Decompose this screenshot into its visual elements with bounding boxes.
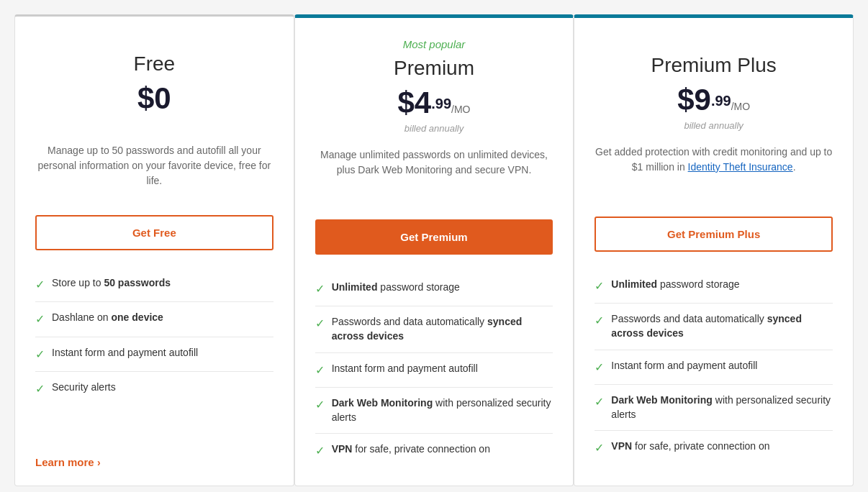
features-list-plus: ✓ Unlimited password storage ✓ Passwords… — [595, 269, 833, 468]
feature-item-premium-2: ✓ Instant form and payment autofill — [315, 353, 553, 388]
popular-label-spacer — [35, 37, 273, 53]
check-icon-plus-3: ✓ — [595, 394, 604, 410]
feature-text-free-0: Store up to 50 passwords — [52, 276, 171, 291]
check-icon-premium-4: ✓ — [315, 443, 325, 459]
feature-text-free-1: Dashlane on one device — [52, 311, 163, 325]
check-icon-plus-1: ✓ — [595, 313, 604, 329]
feature-item-plus-1: ✓ Passwords and data automatically synce… — [595, 304, 833, 350]
feature-item-premium-1: ✓ Passwords and data automatically synce… — [315, 306, 553, 352]
identity-theft-link[interactable]: Identity Theft Insurance — [688, 161, 793, 173]
price-dollar-premium: $4 — [398, 86, 432, 119]
feature-text-plus-4: VPN for safe, private connection on — [611, 439, 769, 454]
feature-item-premium-3: ✓ Dark Web Monitoring with personalized … — [315, 388, 553, 434]
plan-price-premium: $4.99/MO — [315, 86, 553, 120]
check-icon-plus-0: ✓ — [595, 278, 604, 294]
plan-name-premium: Premium — [315, 57, 553, 80]
price-dollar-plus: $9 — [677, 83, 711, 117]
price-mo-plus: /MO — [731, 101, 750, 112]
learn-more-text: Learn more — [35, 456, 94, 468]
feature-item-plus-4: ✓ VPN for safe, private connection on — [595, 431, 833, 465]
feature-item-free-1: ✓ Dashlane on one device — [35, 302, 273, 337]
feature-text-premium-0: Unlimited password storage — [332, 281, 460, 295]
feature-text-free-3: Security alerts — [52, 381, 116, 395]
plan-price-premium-plus: $9.99/MO — [595, 83, 833, 117]
feature-item-free-2: ✓ Instant form and payment autofill — [35, 337, 273, 372]
plan-card-premium: Most popular Premium $4.99/MO billed ann… — [294, 14, 574, 486]
check-icon-plus-2: ✓ — [595, 360, 604, 375]
feature-text-plus-0: Unlimited password storage — [611, 278, 739, 292]
feature-item-premium-4: ✓ VPN for safe, private connection on — [315, 434, 553, 468]
pricing-container: Free $0 Manage up to 50 passwords and au… — [0, 14, 868, 486]
price-cents-plus: .99 — [711, 93, 731, 109]
billed-annually-premium: billed annually — [315, 123, 553, 136]
check-icon-free-1: ✓ — [35, 311, 45, 327]
check-icon-plus-4: ✓ — [595, 440, 604, 456]
plan-description-plus: Get added protection with credit monitor… — [595, 145, 833, 202]
feature-text-plus-1: Passwords and data automatically synced … — [611, 312, 833, 340]
price-whole-free: $0 — [137, 81, 171, 115]
feature-item-plus-0: ✓ Unlimited password storage — [595, 269, 833, 304]
learn-more-arrow: › — [97, 457, 101, 468]
learn-more-link[interactable]: Learn more › — [35, 456, 273, 468]
feature-item-free-0: ✓ Store up to 50 passwords — [35, 268, 273, 302]
cta-button-premium[interactable]: Get Premium — [315, 219, 553, 255]
feature-item-plus-3: ✓ Dark Web Monitoring with personalized … — [595, 385, 833, 431]
cta-button-premium-plus[interactable]: Get Premium Plus — [595, 217, 833, 252]
check-icon-premium-0: ✓ — [315, 281, 325, 297]
features-list-free: ✓ Store up to 50 passwords ✓ Dashlane on… — [35, 268, 273, 445]
check-icon-free-0: ✓ — [35, 277, 45, 293]
price-mo-premium: /MO — [451, 104, 470, 115]
cta-button-free[interactable]: Get Free — [35, 215, 273, 250]
plan-price-free: $0 — [35, 81, 273, 116]
price-cents-premium: .99 — [431, 96, 451, 111]
features-list-premium: ✓ Unlimited password storage ✓ Passwords… — [315, 272, 553, 468]
check-icon-free-3: ✓ — [35, 381, 45, 397]
plan-description-free: Manage up to 50 passwords and autofill a… — [35, 143, 273, 201]
plan-card-free: Free $0 Manage up to 50 passwords and au… — [14, 14, 294, 486]
check-icon-premium-3: ✓ — [315, 397, 325, 413]
feature-text-plus-3: Dark Web Monitoring with personalized se… — [611, 393, 833, 422]
check-icon-free-2: ✓ — [35, 347, 45, 363]
plan-card-premium-plus: Premium Plus $9.99/MO billed annually Ge… — [574, 14, 854, 486]
plan-description-premium: Manage unlimited passwords on unlimited … — [315, 147, 553, 205]
feature-text-premium-2: Instant form and payment autofill — [332, 362, 478, 376]
billed-annually-free — [35, 119, 273, 132]
plan-name-free: Free — [35, 53, 273, 76]
feature-text-plus-2: Instant form and payment autofill — [611, 359, 757, 373]
feature-text-premium-3: Dark Web Monitoring with personalized se… — [332, 396, 553, 424]
most-popular-label: Most popular — [315, 38, 553, 54]
billed-annually-plus: billed annually — [595, 120, 833, 133]
feature-item-premium-0: ✓ Unlimited password storage — [315, 272, 553, 306]
feature-item-free-3: ✓ Security alerts — [35, 372, 273, 406]
feature-text-premium-1: Passwords and data automatically synced … — [332, 315, 553, 343]
plan-name-premium-plus: Premium Plus — [595, 54, 833, 77]
feature-text-free-2: Instant form and payment autofill — [52, 346, 198, 360]
popular-label-spacer-plus — [595, 38, 833, 54]
feature-item-plus-2: ✓ Instant form and payment autofill — [595, 350, 833, 385]
feature-text-premium-4: VPN for safe, private connection on — [332, 442, 490, 457]
check-icon-premium-1: ✓ — [315, 316, 325, 332]
check-icon-premium-2: ✓ — [315, 363, 325, 378]
